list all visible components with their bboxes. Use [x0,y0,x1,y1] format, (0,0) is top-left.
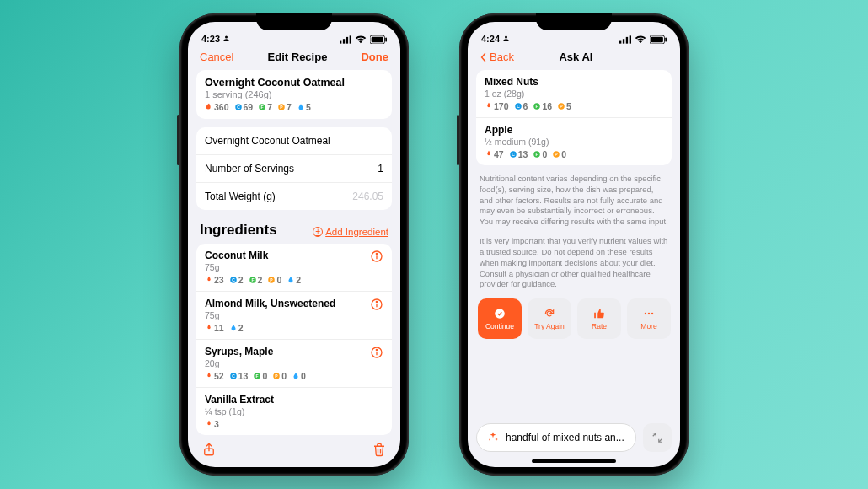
carb-icon: C [229,276,238,284]
navigation-bar: Back Ask AI [468,46,680,70]
nav-title: Ask AI [559,51,592,63]
screen-right: 4:24 Back Ask AI Mixed Nuts 1 oz (28g) [468,22,680,467]
svg-point-25 [376,301,377,302]
water-icon [297,103,305,111]
content-right: Mixed Nuts 1 oz (28g) 170 C6 F16 P5 Appl… [468,70,680,423]
flame-icon [205,276,213,284]
collapse-button[interactable] [643,423,672,452]
weight-label: Total Weight (g) [205,191,276,202]
svg-point-57 [645,312,646,314]
ingredient-name: Vanilla Extract [205,394,383,406]
svg-text:C: C [237,105,240,110]
svg-rect-1 [340,41,341,44]
try-again-button[interactable]: Try Again [528,298,571,339]
battery-icon [650,35,667,44]
recipe-summary-card[interactable]: Overnight Coconut Oatmeal 1 serving (246… [196,70,392,119]
content-left: Overnight Coconut Oatmeal 1 serving (246… [188,70,400,437]
ingredients-header: Ingredients + Add Ingredient [196,218,392,244]
notch [536,13,612,30]
collapse-icon [651,432,663,443]
weight-field[interactable]: Total Weight (g) 246.05 [196,182,392,210]
info-icon[interactable] [370,346,383,362]
battery-icon [370,35,387,44]
svg-point-56 [495,309,505,319]
flame-icon [205,372,213,380]
svg-text:C: C [232,373,235,379]
person-icon [222,35,230,42]
fat-icon: F [533,102,541,110]
food-amount: 1 oz (28g) [485,89,663,99]
home-indicator[interactable] [532,459,616,463]
svg-text:C: C [232,277,235,282]
servings-field[interactable]: Number of Servings 1 [196,154,392,182]
food-amount: ½ medium (91g) [485,137,663,147]
info-icon[interactable] [370,250,383,266]
recipe-name: Overnight Coconut Oatmeal [205,77,383,89]
protein-icon: P [552,150,560,159]
ingredient-name: Coconut Milk [205,250,363,261]
svg-text:F: F [536,152,538,157]
fat-icon: F [249,276,257,284]
phone-left: 4:23 Cancel Edit Recipe Done Overnight C… [179,13,409,476]
svg-text:F: F [261,105,264,110]
thumbs-up-icon [593,308,605,320]
recipe-fields-card: Overnight Coconut Oatmeal Number of Serv… [196,127,392,210]
wifi-icon [355,35,367,44]
done-button[interactable]: Done [361,51,388,63]
svg-rect-2 [343,39,345,43]
servings-label: Number of Servings [205,163,294,175]
svg-point-36 [505,36,507,39]
svg-rect-42 [651,37,663,43]
ingredient-amount: 75g [205,262,363,272]
recipe-serving-text: 1 serving (246g) [205,89,383,99]
ingredients-title: Ingredients [200,222,277,239]
carb-icon: C [234,103,243,111]
search-input[interactable]: handful of mixed nuts an... [476,423,636,452]
weight-value: 246.05 [352,191,383,202]
water-icon [287,276,295,284]
ingredients-card: Coconut Milk 75g 23 C2 F2 P0 2 [196,244,392,435]
protein-icon: P [272,372,281,380]
more-icon [643,308,655,320]
cancel-button[interactable]: Cancel [200,51,233,63]
ingredient-row[interactable]: Vanilla Extract ¼ tsp (1g) 3 [196,387,392,435]
recipe-name-field[interactable]: Overnight Coconut Oatmeal [196,127,392,154]
sparkle-icon [487,431,499,445]
signal-icon [619,35,631,44]
delete-button[interactable] [372,442,387,460]
screen-left: 4:23 Cancel Edit Recipe Done Overnight C… [188,22,400,467]
protein-icon: P [277,103,286,111]
status-time: 4:24 [481,34,510,44]
svg-rect-43 [665,38,667,42]
rate-button[interactable]: Rate [577,298,621,339]
ingredient-amount: 75g [205,310,363,320]
plus-circle-icon: + [313,227,323,237]
search-bar-row: handful of mixed nuts an... [468,423,680,457]
flame-icon [485,150,493,159]
more-button[interactable]: More [627,298,671,339]
food-results-card: Mixed Nuts 1 oz (28g) 170 C6 F16 P5 Appl… [476,70,672,165]
share-button[interactable] [201,442,217,460]
svg-point-59 [651,312,653,314]
flame-icon [205,324,213,332]
svg-text:C: C [512,152,515,157]
food-item[interactable]: Mixed Nuts 1 oz (28g) 170 C6 F16 P5 [476,70,672,117]
ingredient-row[interactable]: Syrups, Maple 20g 52 C13 F0 P0 0 [196,339,392,387]
navigation-bar: Cancel Edit Recipe Done [188,46,400,70]
food-item[interactable]: Apple ½ medium (91g) 47 C13 F0 P0 [476,117,672,165]
continue-button[interactable]: Continue [478,298,522,339]
flame-icon [485,102,493,110]
svg-rect-3 [346,37,348,44]
fat-icon: F [258,103,266,111]
ingredient-row[interactable]: Coconut Milk 75g 23 C2 F2 P0 2 [196,244,392,291]
check-circle-icon [494,308,506,320]
protein-icon: P [557,102,565,110]
ingredient-row[interactable]: Almond Milk, Unsweetened 75g 11 2 [196,291,392,339]
svg-text:F: F [251,277,254,282]
water-icon [229,324,238,332]
back-button[interactable]: Back [480,51,514,63]
info-icon[interactable] [370,298,383,314]
flame-icon [205,103,213,111]
add-ingredient-button[interactable]: + Add Ingredient [313,227,388,237]
svg-rect-37 [619,41,621,44]
